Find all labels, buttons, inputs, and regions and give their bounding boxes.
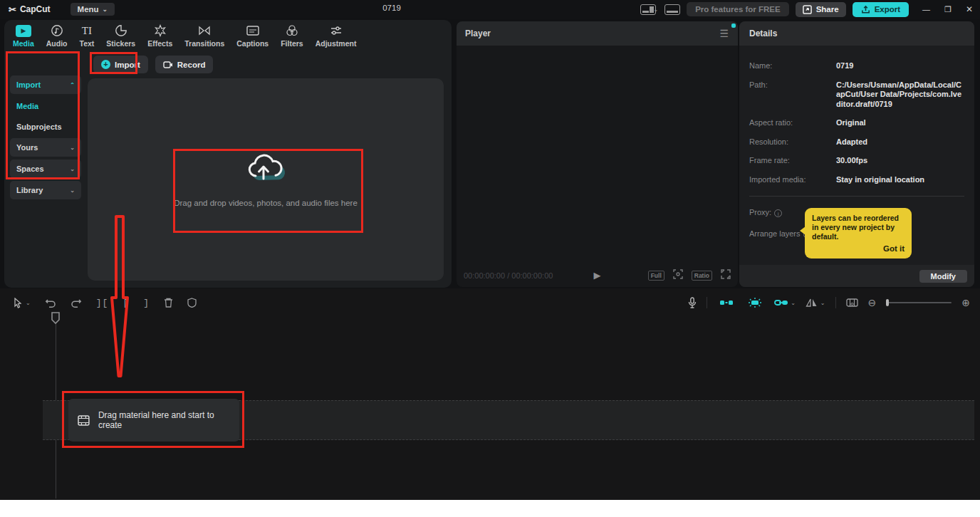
got-it-button[interactable]: Got it	[812, 244, 905, 254]
chevron-down-icon: ⌄	[103, 6, 108, 13]
tooltip-text: Layers can be reordered in every new pro…	[812, 214, 905, 241]
tab-label: Captions	[236, 39, 269, 48]
full-button[interactable]: Full	[648, 271, 664, 281]
timeline-drop-hint: Drag material here and start to create	[98, 410, 239, 430]
sidebar-item-media[interactable]: Media	[10, 97, 81, 115]
magnetic-snap-button[interactable]	[717, 296, 736, 310]
tab-text[interactable]: TI Text	[80, 24, 95, 48]
ratio-button[interactable]: Ratio	[692, 271, 712, 281]
split-icon[interactable]: ][	[96, 298, 109, 308]
sidebar-item-label: Spaces	[16, 164, 44, 173]
mirror-icon	[806, 298, 818, 308]
tab-filters[interactable]: Filters	[281, 24, 303, 48]
cover-icon[interactable]	[187, 298, 197, 308]
time-display: 00:00:00:00 / 00:00:00:00	[464, 271, 553, 280]
restore-button[interactable]: ❐	[944, 5, 952, 14]
import-label: Import	[115, 61, 140, 69]
tab-label: Media	[13, 39, 34, 48]
ribbon-tabs: ▶ Media Audio TI Text Stickers Effects	[4, 20, 452, 50]
menu-button[interactable]: Menu ⌄	[71, 3, 115, 16]
sidebar-item-yours[interactable]: Yours ⌄	[10, 138, 81, 157]
project-title: 0719	[360, 4, 424, 12]
linked-clips-button[interactable]: ⌄	[774, 298, 796, 308]
export-button[interactable]: Export	[853, 2, 909, 17]
slider-handle[interactable]	[886, 299, 889, 306]
media-dropzone[interactable]: Drag and drop videos, photos, and audio …	[88, 78, 444, 281]
export-icon	[861, 5, 870, 14]
minimize-button[interactable]: —	[922, 5, 930, 14]
tab-stickers[interactable]: Stickers	[106, 24, 135, 48]
detail-label: Imported media:	[749, 175, 836, 185]
tab-adjustment[interactable]: Adjustment	[316, 24, 357, 48]
divider	[749, 196, 964, 197]
details-title: Details	[739, 21, 974, 46]
zoom-out-icon[interactable]: ⊖	[868, 297, 877, 308]
timeline-drop-target[interactable]: Drag material here and start to create	[68, 399, 239, 442]
detail-row-imported-media: Imported media: Stay in original locatio…	[749, 175, 964, 185]
media-sidebar: Import ⌃ Media Subprojects Yours ⌄ Space…	[4, 68, 87, 288]
pro-features-button[interactable]: Pro features for FREE	[687, 2, 789, 16]
capcut-logo-icon: ✂	[9, 4, 16, 15]
split-left-icon[interactable]: [	[123, 298, 129, 308]
tab-effects[interactable]: Effects	[147, 24, 172, 48]
tab-transitions[interactable]: Transitions	[184, 24, 224, 48]
record-label: Record	[177, 61, 206, 69]
timeline-zoom-slider[interactable]	[886, 302, 952, 303]
record-button[interactable]: Record	[155, 56, 214, 73]
sidebar-item-label: Import	[16, 80, 41, 89]
tab-label: Filters	[281, 39, 303, 48]
tab-captions[interactable]: Captions	[236, 24, 269, 48]
share-button[interactable]: Share	[796, 2, 846, 17]
captions-icon	[246, 24, 260, 38]
info-icon[interactable]: i	[774, 209, 782, 217]
sidebar-item-subprojects[interactable]: Subprojects	[10, 118, 81, 136]
capcut-window: ✂ CapCut Menu ⌄ 0719 ⌄ Pro features for …	[0, 0, 980, 500]
tab-media[interactable]: ▶ Media	[13, 24, 34, 48]
redo-button[interactable]	[71, 298, 82, 308]
layout-switcher[interactable]: ⌄	[640, 4, 658, 15]
modify-button[interactable]: Modify	[919, 270, 967, 283]
sidebar-item-label: Yours	[16, 143, 38, 152]
import-button[interactable]: + Import	[93, 56, 148, 73]
fullscreen-icon[interactable]	[721, 269, 731, 282]
play-button[interactable]: ▶	[594, 270, 601, 281]
sidebar-item-import[interactable]: Import ⌃	[10, 75, 81, 94]
export-label: Export	[875, 5, 900, 14]
chevron-down-icon: ⌄	[820, 300, 825, 306]
divider	[835, 297, 836, 308]
proxy-label: Proxy:	[749, 208, 771, 216]
delete-button[interactable]	[164, 298, 173, 308]
mirror-tool-button[interactable]: ⌄	[806, 298, 825, 308]
tab-audio[interactable]: Audio	[46, 24, 68, 48]
zoom-in-icon[interactable]: ⊕	[961, 297, 970, 308]
preview-frames-button[interactable]	[846, 298, 858, 308]
record-voiceover-button[interactable]	[688, 297, 697, 308]
sidebar-item-library[interactable]: Library ⌄	[10, 181, 81, 199]
tab-label: Audio	[46, 39, 68, 48]
detail-value: Adapted	[836, 137, 867, 147]
close-button[interactable]: ✕	[966, 4, 973, 14]
detail-label: Name:	[749, 61, 836, 71]
share-icon	[803, 5, 812, 14]
select-tool[interactable]: ⌄	[13, 298, 31, 308]
arrange-layers-tooltip: Layers can be reordered in every new pro…	[805, 208, 912, 258]
hamburger-menu-icon[interactable]: ☰	[719, 28, 729, 39]
timeline-panel: ⌄ ][ [ ] ⌄ ⌄	[0, 288, 980, 500]
timeline-toolbar: ⌄ ][ [ ] ⌄ ⌄	[0, 291, 980, 314]
focus-icon[interactable]	[673, 269, 683, 282]
auto-align-button[interactable]	[746, 296, 764, 310]
record-icon	[163, 61, 173, 69]
arrange-layers-label: Arrange layers	[749, 229, 801, 238]
film-icon	[78, 415, 90, 426]
chevron-up-icon: ⌃	[70, 82, 75, 88]
tab-label: Text	[80, 39, 95, 48]
panel-toggle-icon[interactable]	[664, 4, 680, 15]
undo-button[interactable]	[45, 298, 56, 308]
split-right-icon[interactable]: ]	[143, 298, 150, 308]
effects-icon	[154, 24, 167, 38]
detail-label: Frame rate:	[749, 156, 836, 166]
sidebar-item-spaces[interactable]: Spaces ⌄	[10, 160, 81, 178]
detail-value: 0719	[836, 61, 853, 71]
adjustment-icon	[329, 24, 343, 38]
chevron-down-icon: ⌄	[70, 166, 75, 172]
